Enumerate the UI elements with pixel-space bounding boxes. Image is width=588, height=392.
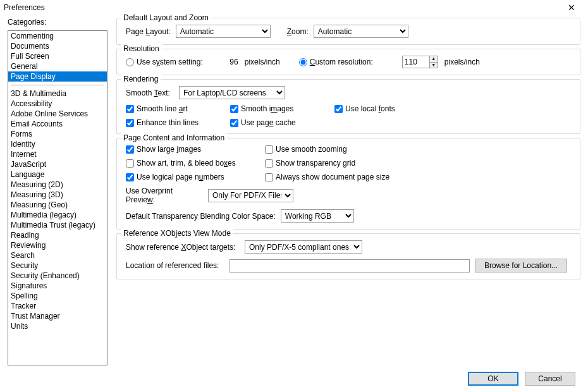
- category-item[interactable]: JavaScript: [8, 159, 107, 169]
- group-title-xobjects: Reference XObjects View Mode: [121, 229, 233, 238]
- use-logical-page-numbers-checkbox[interactable]: Use logical page numbers: [126, 173, 246, 181]
- spin-up-icon: ▲: [429, 56, 438, 62]
- show-art-trim-bleed-checkbox[interactable]: Show art, trim, & bleed boxes: [126, 159, 246, 168]
- category-item[interactable]: Commenting: [8, 31, 107, 41]
- group-page-content: Page Content and Information Show large …: [116, 138, 580, 230]
- category-item[interactable]: Security (Enhanced): [8, 271, 107, 281]
- default-transparency-select[interactable]: Working RGB: [281, 209, 354, 223]
- group-title-layout: Default Layout and Zoom: [121, 13, 211, 22]
- window-title: Preferences: [4, 3, 45, 12]
- category-item[interactable]: Page Display: [8, 71, 107, 82]
- ok-button[interactable]: OK: [468, 372, 518, 386]
- custom-res-unit: pixels/inch: [444, 58, 480, 66]
- spin-buttons[interactable]: ▲▼: [429, 56, 438, 68]
- close-icon[interactable]: ✕: [559, 3, 584, 13]
- category-item[interactable]: 3D & Multimedia: [8, 89, 107, 99]
- show-transparency-grid-checkbox[interactable]: Show transparency grid: [265, 159, 355, 168]
- category-item[interactable]: Measuring (3D): [8, 190, 107, 200]
- category-item[interactable]: Trust Manager: [8, 311, 107, 321]
- group-default-layout: Default Layout and Zoom Page Layout: Aut…: [116, 18, 580, 45]
- page-layout-label: Page Layout:: [126, 27, 171, 36]
- default-transparency-label: Default Transparency Blending Color Spac…: [126, 212, 276, 221]
- custom-res-input[interactable]: [402, 56, 430, 68]
- category-item[interactable]: Identity: [8, 139, 107, 149]
- category-item[interactable]: Measuring (Geo): [8, 200, 107, 210]
- category-item[interactable]: Security: [8, 260, 107, 271]
- smooth-line-art-checkbox[interactable]: Smooth line art: [126, 104, 211, 113]
- zoom-select[interactable]: Automatic: [314, 25, 408, 38]
- show-large-images-checkbox[interactable]: Show large images: [126, 145, 246, 154]
- category-item[interactable]: Tracker: [8, 301, 107, 311]
- category-item[interactable]: Reading: [8, 230, 107, 240]
- category-item[interactable]: Language: [8, 169, 107, 180]
- cancel-button[interactable]: Cancel: [525, 372, 575, 386]
- category-item[interactable]: Spelling: [8, 291, 107, 301]
- category-item[interactable]: Accessibility: [8, 99, 107, 109]
- zoom-label: Zoom:: [287, 27, 309, 36]
- smooth-text-select[interactable]: For Laptop/LCD screens: [179, 86, 285, 99]
- show-xobject-select[interactable]: Only PDF/X-5 compliant ones: [245, 240, 362, 254]
- location-input: [230, 259, 470, 273]
- category-item[interactable]: Multimedia (legacy): [8, 210, 107, 220]
- enhance-thin-lines-checkbox[interactable]: Enhance thin lines: [126, 118, 211, 127]
- smooth-text-label: Smooth Text:: [126, 89, 174, 97]
- category-item[interactable]: Units: [8, 321, 107, 331]
- use-smooth-zooming-checkbox[interactable]: Use smooth zooming: [265, 145, 347, 154]
- group-title-resolution: Resolution: [121, 44, 162, 53]
- category-item[interactable]: Email Accounts: [8, 119, 107, 129]
- category-item[interactable]: Multimedia Trust (legacy): [8, 220, 107, 230]
- category-item[interactable]: General: [8, 61, 107, 71]
- group-title-content: Page Content and Information: [121, 133, 227, 142]
- smooth-images-checkbox[interactable]: Smooth images: [230, 104, 315, 113]
- show-xobject-label: Show reference XObject targets:: [126, 243, 240, 252]
- spin-down-icon: ▼: [429, 62, 438, 68]
- system-res-value: 96: [219, 58, 238, 66]
- category-item[interactable]: Measuring (2D): [8, 180, 107, 190]
- category-item[interactable]: Adobe Online Services: [8, 109, 107, 119]
- location-label: Location of referenced files:: [126, 261, 224, 270]
- overprint-select[interactable]: Only For PDF/X Files: [208, 189, 293, 202]
- titlebar: Preferences ✕: [0, 0, 588, 15]
- custom-res-radio[interactable]: Custom resolution:: [299, 58, 373, 66]
- use-system-radio[interactable]: Use system setting:: [126, 58, 203, 66]
- group-resolution: Resolution Use system setting: 96 pixels…: [116, 49, 580, 75]
- use-local-fonts-checkbox[interactable]: Use local fonts: [334, 104, 395, 113]
- category-item[interactable]: Reviewing: [8, 240, 107, 250]
- category-item[interactable]: Forms: [8, 129, 107, 139]
- category-item[interactable]: Internet: [8, 149, 107, 159]
- group-rendering: Rendering Smooth Text: For Laptop/LCD sc…: [116, 79, 580, 134]
- browse-location-button[interactable]: Browse for Location...: [475, 259, 567, 273]
- category-item[interactable]: Documents: [8, 41, 107, 51]
- categories-label: Categories:: [8, 18, 107, 27]
- system-res-unit: pixels/inch: [245, 58, 280, 66]
- category-item[interactable]: Signatures: [8, 281, 107, 291]
- always-show-doc-size-checkbox[interactable]: Always show document page size: [265, 173, 389, 181]
- overprint-label: Use Overprint Preview:: [126, 187, 203, 204]
- use-page-cache-checkbox[interactable]: Use page cache: [230, 118, 296, 127]
- group-xobjects: Reference XObjects View Mode Show refere…: [116, 233, 580, 279]
- category-item[interactable]: Full Screen: [8, 51, 107, 61]
- categories-list[interactable]: CommentingDocumentsFull ScreenGeneralPag…: [8, 30, 107, 365]
- group-title-rendering: Rendering: [121, 75, 161, 83]
- category-separator: [11, 85, 104, 85]
- page-layout-select[interactable]: Automatic: [176, 25, 271, 38]
- category-item[interactable]: Search: [8, 250, 107, 260]
